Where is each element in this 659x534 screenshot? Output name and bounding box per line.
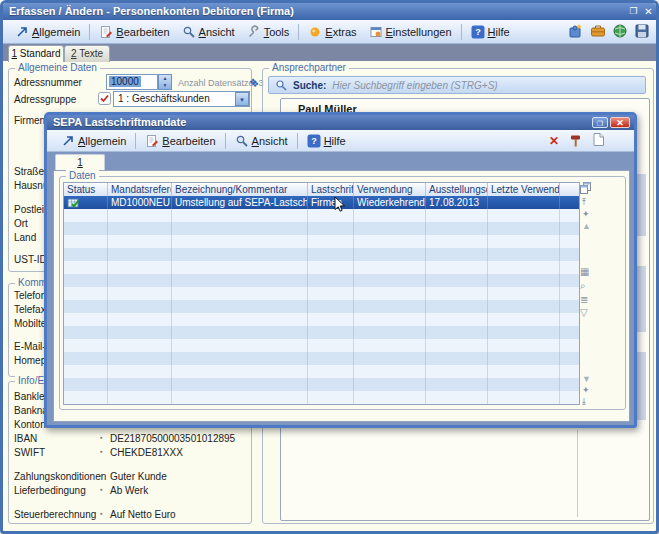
zahlungskonditionen-value: Guter Kunde [110,471,167,482]
panel-splitter-icon[interactable]: ❖ [251,79,259,89]
contact-search-bar[interactable]: Suche: Hier Suchbegriff eingeben (STRG+S… [268,76,646,94]
nav-prev-page-icon[interactable]: ✦ [582,209,590,219]
table-row-empty[interactable] [64,261,579,274]
new-document-icon[interactable] [591,132,606,147]
main-menubar: Allgemein Bearbeiten Ansicht Tools Extra… [3,20,656,44]
menu-extras[interactable]: Extras [302,23,362,41]
column-chooser-icon[interactable] [579,181,593,194]
mandate-active-status-icon [67,197,80,209]
help-icon: ? [471,25,485,39]
menu-separator [461,24,462,40]
dialog-titlebar[interactable]: SEPA Lastschriftmandate ❐ ✕ [47,115,634,130]
nav-first-icon[interactable]: ⤒ [582,197,586,207]
nav-next-icon[interactable]: ▼ [582,374,591,384]
settings-window-icon [369,25,383,39]
group-edit-check-icon[interactable] [98,92,111,105]
table-search-icon[interactable]: ⌕ [580,281,586,291]
adressgruppe-value: 1 : Geschäftskunden [118,93,210,104]
contact-pane-divider [577,430,578,517]
table-row-empty[interactable] [64,378,579,391]
table-row-empty[interactable] [64,365,579,378]
menu-ansicht[interactable]: Ansicht [176,23,241,41]
lieferbedingung-label: Lieferbedingung [14,485,86,496]
tab-standard[interactable]: 1 Standard [8,45,64,62]
adressnummer-label: Adressnummer [14,77,82,88]
list-view-icon[interactable]: ≣ [580,295,588,305]
table-row-empty[interactable] [64,313,579,326]
dropdown-button[interactable]: ▼ [235,92,249,106]
table-row-empty[interactable] [64,287,579,300]
column-header-ausstellungsdatum[interactable]: Ausstellungsdatum [426,183,488,196]
dialog-tab-standard[interactable]: 1 Standard [55,154,105,171]
table-row-empty[interactable] [64,235,579,248]
adressgruppe-dropdown[interactable]: 1 : Geschäftskunden ▼ [113,91,250,107]
spinner-down-icon[interactable]: ▼ [159,82,171,89]
letzte-verwendung-cell [488,196,560,209]
edit-page-icon [145,134,159,148]
dialog-menu-allgemein[interactable]: Allgemein [55,132,132,150]
filter-icon[interactable]: ▽ [580,308,588,318]
tab-texte[interactable]: 2 Texte [64,45,110,62]
plugin-icon[interactable] [568,23,584,39]
menu-hilfe[interactable]: ? Hilfe [465,23,516,41]
table-row-empty[interactable] [64,274,579,287]
svg-text:?: ? [311,136,317,146]
dialog-menu-bearbeiten[interactable]: Bearbeiten [139,132,221,150]
menu-separator [89,24,90,40]
group-label: Ansprechpartner [269,62,349,73]
menu-allgemein[interactable]: Allgemein [9,23,86,41]
table-row-empty[interactable] [64,352,579,365]
delete-record-icon[interactable]: ✕ [549,134,559,148]
verwendung-cell: Wiederkehrend [354,196,426,209]
mandate-table: Status Mandatsreferenz Bezeichnung/Komme… [63,182,580,405]
help-icon: ? [307,134,321,148]
dialog-menu-ansicht[interactable]: Ansicht [229,132,294,150]
table-row-empty[interactable] [64,248,579,261]
column-header-status[interactable]: Status [64,183,108,196]
nav-last-icon[interactable]: ⤓ [582,396,586,406]
table-header: Status Mandatsreferenz Bezeichnung/Komme… [64,183,579,196]
menu-tools[interactable]: Tools [241,23,296,41]
table-row-empty[interactable] [64,326,579,339]
steuerberechnung-label: Steuerberechnung [14,509,96,520]
table-row-empty[interactable] [64,391,579,404]
close-icon[interactable]: ✕ [642,5,655,18]
menu-bearbeiten[interactable]: Bearbeiten [93,23,175,41]
briefcase-icon[interactable] [590,23,606,39]
nav-prev-icon[interactable]: ▲ [582,221,591,231]
globe-icon[interactable] [612,23,628,39]
window-titlebar[interactable]: Erfassen / Ändern - Personenkonten Debit… [3,3,656,20]
wrench-icon [247,25,261,39]
svg-text:?: ? [475,27,481,37]
table-row-empty[interactable] [64,300,579,313]
dialog-maximize-icon[interactable]: ❐ [592,117,608,128]
table-row-empty[interactable] [64,209,579,222]
window-title: Erfassen / Ändern - Personenkonten Debit… [9,5,294,17]
steuerberechnung-value: Auf Netto Euro [110,509,176,520]
dialog-close-icon[interactable]: ✕ [610,117,630,128]
table-row-empty[interactable] [64,339,579,352]
dialog-menubar: Allgemein Bearbeiten Ansicht ? Hilfe [47,130,634,152]
save-icon[interactable] [634,23,650,39]
column-header-bezeichnung[interactable]: Bezeichnung/Kommentar [172,183,308,196]
dialog-menu-hilfe[interactable]: ? Hilfe [301,132,352,150]
spinner-up-icon[interactable]: ▲ [159,75,171,82]
hammer-tool-icon[interactable] [569,133,584,148]
grid-edit-icon[interactable]: ▦ [580,267,589,277]
ausstellungsdatum-cell: 17.08.2013 [426,196,488,209]
table-row-empty[interactable] [64,222,579,235]
arrow-ne-icon [61,134,75,148]
adressnummer-spinner[interactable]: ▲ ▼ [158,74,172,90]
table-row-selected[interactable]: MD1000NEU Umstellung auf SEPA-Lastschrif… [64,196,579,209]
column-header-lastschriftart[interactable]: Lastschriftart [308,183,354,196]
arrow-ne-icon [15,25,29,39]
adressnummer-input[interactable]: 10000 [106,74,158,90]
menu-einstellungen[interactable]: Einstellungen [363,23,458,41]
restore-icon[interactable]: ❐ [627,5,640,18]
column-header-mandatsreferenz[interactable]: Mandatsreferenz [108,183,172,196]
search-label: Suche: [293,80,326,91]
nav-next-page-icon[interactable]: ✦ [582,385,590,395]
column-header-letzte-verwendung[interactable]: Letzte Verwendung [488,183,560,196]
toolbar-right-icons [568,23,650,39]
column-header-verwendung[interactable]: Verwendung [354,183,426,196]
